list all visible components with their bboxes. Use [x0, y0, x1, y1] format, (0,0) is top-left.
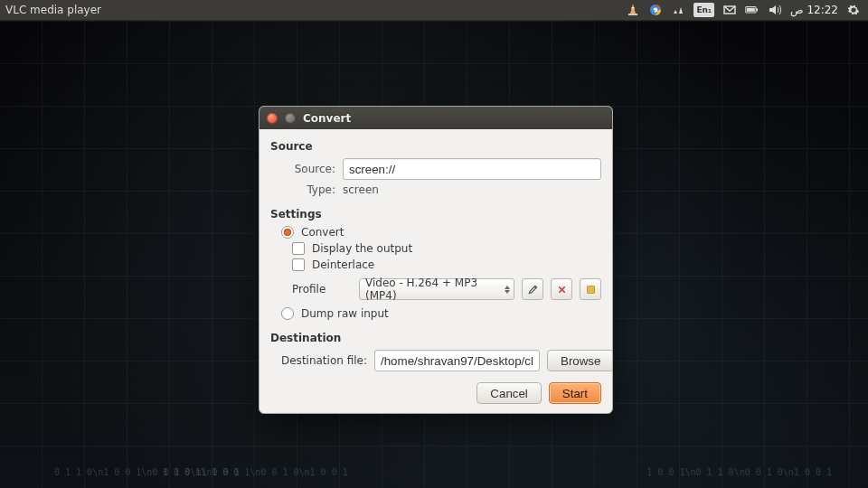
- clock-ampm: ص: [790, 4, 804, 16]
- deinterlace-label: Deinterlace: [312, 258, 374, 271]
- destination-label: Destination file:: [281, 354, 367, 367]
- svg-rect-1: [628, 14, 637, 15]
- start-button[interactable]: Start: [549, 382, 601, 404]
- profile-select[interactable]: Video - H.264 + MP3 (MP4): [359, 278, 514, 300]
- chrome-tray-icon[interactable]: [648, 3, 663, 17]
- delete-profile-button[interactable]: [551, 278, 572, 300]
- system-tray: En₁ ص 12:22: [626, 3, 868, 17]
- convert-radio-label: Convert: [301, 226, 344, 239]
- display-output-checkbox[interactable]: [292, 242, 305, 255]
- vlc-tray-icon[interactable]: [626, 3, 640, 17]
- chevron-up-down-icon: [505, 286, 510, 294]
- settings-heading: Settings: [270, 208, 601, 221]
- convert-dialog: Convert Source Source: Type: screen Sett…: [259, 106, 613, 414]
- source-label: Source:: [281, 163, 335, 175]
- display-output-label: Display the output: [312, 242, 412, 255]
- close-icon[interactable]: [267, 113, 278, 124]
- destination-heading: Destination: [270, 332, 601, 344]
- mail-tray-icon[interactable]: [722, 3, 737, 17]
- network-tray-icon[interactable]: [671, 3, 685, 17]
- dialog-titlebar[interactable]: Convert: [259, 107, 612, 129]
- keyboard-layout-icon[interactable]: En₁: [693, 3, 714, 17]
- system-panel: VLC media player En₁ ص 12:22: [0, 0, 868, 20]
- app-title: VLC media player: [0, 4, 101, 16]
- gear-icon[interactable]: [846, 3, 861, 17]
- cancel-button[interactable]: Cancel: [476, 382, 542, 404]
- dump-raw-label: Dump raw input: [301, 307, 389, 320]
- convert-radio[interactable]: [281, 226, 294, 239]
- source-input[interactable]: [343, 158, 601, 180]
- clock-time: 12:22: [807, 4, 838, 16]
- battery-tray-icon[interactable]: [745, 3, 760, 17]
- new-profile-button[interactable]: [580, 278, 601, 300]
- source-heading: Source: [270, 140, 601, 153]
- destination-input[interactable]: [374, 350, 540, 371]
- dialog-title: Convert: [303, 112, 351, 125]
- desktop-background: 0 1 1 0\n1 0 0 1\n0 0 1 0\n1 0 0 1 1 0 0…: [0, 20, 868, 488]
- type-value: screen: [343, 183, 379, 196]
- dump-raw-radio[interactable]: [281, 307, 294, 320]
- profile-label: Profile: [292, 283, 352, 296]
- svg-rect-8: [747, 8, 755, 12]
- profile-select-value: Video - H.264 + MP3 (MP4): [365, 277, 505, 302]
- type-label: Type:: [281, 183, 335, 196]
- svg-rect-2: [632, 7, 635, 9]
- deinterlace-checkbox[interactable]: [292, 258, 305, 271]
- minimize-icon[interactable]: [285, 113, 296, 124]
- svg-rect-7: [756, 8, 758, 11]
- browse-button[interactable]: Browse: [547, 350, 613, 371]
- edit-profile-button[interactable]: [522, 278, 543, 300]
- clock[interactable]: ص 12:22: [790, 4, 838, 16]
- sound-tray-icon[interactable]: [768, 3, 782, 17]
- svg-rect-9: [587, 286, 594, 293]
